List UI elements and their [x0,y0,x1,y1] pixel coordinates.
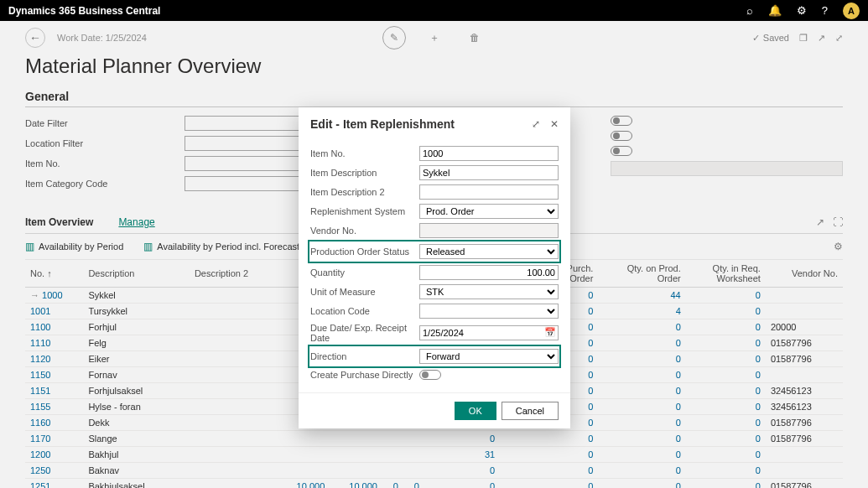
cell: 1100 [25,319,83,335]
cell: 01587796 [766,415,843,431]
search-icon[interactable]: ⌕ [746,4,753,17]
cell: 31 [424,447,500,463]
column-header[interactable]: No. ↑ [25,260,83,288]
dlg-create-po-toggle[interactable] [419,370,441,380]
location-filter-label: Location Filter [25,138,185,148]
bell-icon[interactable]: 🔔 [768,4,782,17]
cell [403,463,424,479]
dlg-direction-select[interactable]: Forward [419,349,559,364]
cell [766,463,843,479]
dlg-vendor-no-label: Vendor No. [310,226,419,236]
cell [190,335,278,351]
item-category-label: Item Category Code [25,179,185,189]
share-icon[interactable]: ❐ [799,33,808,44]
item-replenishment-dialog: Edit - Item Replenishment ⤢ ✕ Item No. I… [299,107,570,428]
cell: Eiker [83,351,190,367]
cell: Forhjulsaksel [83,383,190,399]
back-button[interactable]: ← [25,28,45,48]
dlg-item-desc2-input[interactable] [419,184,559,200]
cell [403,431,424,447]
cell: 0 [686,463,766,479]
gear-icon[interactable]: ⚙ [797,4,807,17]
cell [190,415,278,431]
column-header[interactable]: Qty. on Prod.Order [598,260,685,288]
cell: 1151 [25,383,83,399]
dialog-title: Edit - Item Replenishment [310,117,455,131]
avatar[interactable]: A [843,3,860,19]
popout-icon[interactable]: ↗ [818,33,825,44]
dlg-create-po-label: Create Purchase Directly [310,370,419,380]
column-header[interactable]: Description [83,260,190,288]
delete-icon[interactable]: 🗑 [463,26,486,49]
cell: 1170 [25,431,83,447]
cell: 1160 [25,415,83,431]
cell [330,463,382,479]
expand-grid-icon[interactable]: ⛶ [833,216,843,228]
availability-by-period-button[interactable]: ▥Availability by Period [25,241,123,252]
cell: 0 [686,415,766,431]
dialog-close-icon[interactable]: ✕ [550,118,559,130]
new-icon[interactable]: ＋ [423,26,446,49]
cell: 0 [598,367,685,383]
column-header[interactable]: Description 2 [190,260,278,288]
table-row[interactable]: 1250Baknav0000 [25,463,843,479]
cell: 0 [686,288,766,304]
dlg-loc-select[interactable] [419,304,559,319]
cell: 01587796 [766,431,843,447]
cell [278,431,330,447]
cell: 0 [598,335,685,351]
cell: 1200 [25,447,83,463]
dlg-item-no-input[interactable] [419,146,559,161]
dlg-item-no-label: Item No. [310,148,419,158]
column-header[interactable]: Qty. in Req.Worksheet [686,260,766,288]
cell [190,431,278,447]
dlg-quantity-input[interactable] [419,265,559,280]
tab-item-overview[interactable]: Item Overview [25,213,93,231]
dialog-expand-icon[interactable]: ⤢ [532,118,540,130]
cell: 0 [686,367,766,383]
cell: 0 [686,335,766,351]
toggle-3[interactable] [611,146,632,156]
cell: 0 [686,447,766,463]
edit-icon[interactable]: ✎ [382,26,406,49]
cell [190,367,278,383]
cell: 0 [686,351,766,367]
cell [190,463,278,479]
toggle-2[interactable] [611,131,632,141]
grid-settings-icon[interactable]: ⚙ [834,241,843,252]
only-negative-toggle[interactable] [611,116,632,126]
cell: 1150 [25,367,83,383]
dlg-item-desc-input[interactable] [419,165,559,180]
column-header[interactable]: Vendor No. [766,260,843,288]
cancel-button[interactable]: Cancel [502,402,559,420]
help-icon[interactable]: ? [822,4,828,17]
cell: 0 [598,479,685,489]
cell: 0 [686,319,766,335]
table-row[interactable]: 1251Bakhjulsaksel10,00010,00000000001587… [25,479,843,489]
table-row[interactable]: 1200Bakhjul31000 [25,447,843,463]
ok-button[interactable]: OK [455,402,496,420]
cell: 44 [598,288,685,304]
dlg-uom-label: Unit of Measure [310,287,419,297]
cell: 0 [598,415,685,431]
dlg-due-input[interactable] [419,325,559,340]
dlg-prod-status-select[interactable]: Released [419,244,559,259]
cell: Hylse - foran [83,399,190,415]
dlg-item-desc2-label: Item Description 2 [310,187,419,197]
dlg-repl-system-select[interactable]: Prod. Order [419,204,559,219]
share-grid-icon[interactable]: ↗ [816,216,824,228]
cell: → 1000 [25,288,83,304]
availability-by-period-forecast-button[interactable]: ▥Availability by Period incl. Forecast [143,241,299,252]
app-title: Dynamics 365 Business Central [8,5,160,17]
tab-manage[interactable]: Manage [118,213,154,231]
cell: 0 [598,351,685,367]
dlg-uom-select[interactable]: STK [419,284,559,299]
table-row[interactable]: 1170Slange000001587796 [25,431,843,447]
cell: 4 [598,304,685,319]
cell [766,447,843,463]
cell [766,288,843,304]
cell: 0 [424,479,500,489]
cell [330,431,382,447]
cell: 1250 [25,463,83,479]
collapse-icon[interactable]: ⤢ [835,33,843,44]
